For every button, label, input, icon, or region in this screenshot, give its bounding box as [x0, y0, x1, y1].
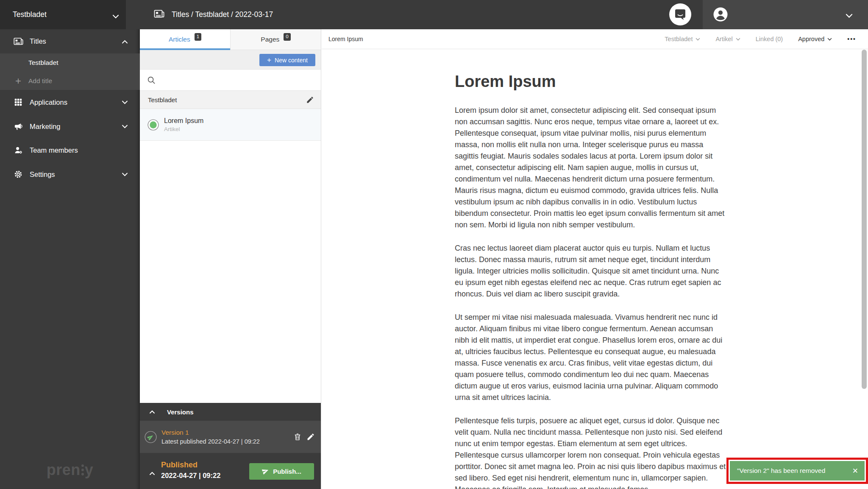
- chevron-down-icon: [846, 12, 853, 20]
- status-dropdown[interactable]: Approved: [798, 36, 832, 42]
- workspace-title: Testbladet: [13, 10, 47, 19]
- delete-trash-icon[interactable]: [293, 433, 302, 441]
- versions-header-label: Versions: [167, 408, 194, 416]
- title-dropdown[interactable]: Testbladet: [665, 36, 700, 42]
- send-plane-icon: [262, 467, 269, 476]
- caret-up-icon[interactable]: [149, 472, 155, 475]
- sidebar-item-label: Team members: [30, 146, 78, 154]
- group-header-row: Testbladet: [140, 91, 321, 109]
- document-paragraph: Ut semper mi vitae nisi malesuada malesu…: [455, 312, 727, 403]
- plus-icon: +: [13, 75, 24, 87]
- status-circle-icon: [147, 119, 159, 131]
- sidebar-item-label: Marketing: [30, 123, 60, 131]
- toast-highlight-annotation: "Version 2" has been removed ✕: [726, 458, 868, 484]
- top-bar: Titles / Testbladet / 2022-03-17 Testbla…: [0, 0, 868, 29]
- published-label: Published: [161, 461, 198, 469]
- versions-section-toggle[interactable]: Versions: [140, 403, 321, 421]
- tab-label: Pages: [261, 36, 279, 43]
- document-title-label: Lorem Ipsum: [328, 36, 363, 42]
- new-content-button[interactable]: + New content: [259, 54, 315, 66]
- sidebar-item-label: Applications: [30, 98, 67, 106]
- brand-text-left: pren: [47, 461, 81, 479]
- tab-label: Articles: [169, 36, 190, 43]
- article-title: Lorem Ipsum: [164, 117, 203, 125]
- chat-bubble-icon: [669, 20, 691, 27]
- topbar-menu-toggle[interactable]: [846, 12, 853, 20]
- app-root: Titles / Testbladet / 2022-03-17 Testbla…: [0, 0, 868, 489]
- sidebar-item-team-members[interactable]: Team members: [0, 138, 140, 162]
- version-meta: Latest published 2022-04-27 | 09:22: [161, 438, 260, 445]
- toast-notification: "Version 2" has been removed ✕: [730, 461, 865, 481]
- subitem-label: Testbladet: [28, 59, 58, 67]
- sidebar-item-applications[interactable]: Applications: [0, 90, 140, 115]
- breadcrumb-text: Titles / Testbladet / 2022-03-17: [172, 10, 273, 19]
- prenly-logo: pren y: [0, 461, 140, 479]
- support-chat-button[interactable]: [669, 3, 691, 25]
- search-icon: [147, 75, 156, 85]
- version-row[interactable]: Version 1 Latest published 2022-04-27 | …: [140, 421, 321, 453]
- type-dropdown-label: Artikel: [715, 36, 732, 42]
- tab-count-badge: 1: [195, 33, 201, 41]
- plus-icon: +: [267, 56, 271, 64]
- add-title-label: Add title: [28, 77, 52, 85]
- sidebar-item-label: Settings: [30, 170, 55, 179]
- close-icon[interactable]: ✕: [852, 467, 858, 475]
- new-content-label: New content: [275, 57, 308, 64]
- chevron-up-icon: [122, 38, 128, 45]
- editor-toolbar: Lorem Ipsum Testbladet Artikel Linked (0…: [322, 29, 868, 49]
- publish-button[interactable]: Publish...: [249, 463, 314, 480]
- more-options-button[interactable]: •••: [847, 36, 856, 42]
- brand-text-right: y: [85, 461, 94, 479]
- sidebar-item-titles[interactable]: Titles: [0, 29, 140, 53]
- vertical-scrollbar-thumb[interactable]: [862, 50, 867, 389]
- brand-dots: [81, 464, 84, 475]
- sidebar-nav: Titles Testbladet + Add title Applicatio…: [0, 29, 140, 489]
- sidebar-item-label: Titles: [30, 37, 46, 45]
- tab-count-badge: 0: [284, 33, 290, 41]
- tab-articles[interactable]: Articles 1: [140, 29, 231, 50]
- account-icon: [713, 16, 728, 23]
- search-input[interactable]: [161, 76, 321, 84]
- gear-icon: [13, 170, 24, 179]
- document-heading: Lorem Ipsum: [455, 71, 727, 92]
- chevron-down-icon: [122, 123, 128, 130]
- document-editor: Lorem Ipsum Lorem ipsum dolor sit amet, …: [322, 49, 868, 489]
- document-paragraph: Pellentesque felis turpis, posuere ac al…: [455, 415, 727, 489]
- new-content-row: + New content: [140, 50, 321, 70]
- megaphone-icon: [13, 122, 24, 131]
- titles-submenu: Testbladet + Add title: [0, 53, 140, 90]
- linked-label: Linked (0): [756, 36, 783, 42]
- content-panel: Articles 1 Pages 0 + New content Testbla…: [140, 29, 321, 489]
- article-type: Artikel: [164, 126, 203, 132]
- sidebar-item-marketing[interactable]: Marketing: [0, 115, 140, 138]
- linked-button[interactable]: Linked (0): [756, 36, 783, 42]
- edit-pencil-icon[interactable]: [306, 433, 315, 441]
- type-dropdown[interactable]: Artikel: [715, 36, 740, 42]
- search-row: [140, 70, 321, 91]
- account-button[interactable]: [713, 7, 728, 22]
- sidebar-item-settings[interactable]: Settings: [0, 162, 140, 187]
- chevron-down-icon: [122, 98, 128, 106]
- chevron-down-icon: [696, 38, 700, 41]
- status-dropdown-label: Approved: [798, 36, 824, 42]
- publish-button-label: Publish...: [273, 468, 301, 475]
- version-name: Version 1: [161, 429, 260, 436]
- panel-tabs: Articles 1 Pages 0: [140, 29, 321, 50]
- chevron-down-icon: [736, 38, 740, 41]
- document-paragraph: Lorem ipsum dolor sit amet, consectetur …: [455, 105, 727, 231]
- caret-up-icon: [149, 410, 155, 414]
- edit-pencil-icon[interactable]: [306, 96, 314, 104]
- grid-icon: [13, 98, 24, 107]
- workspace-switcher[interactable]: Testbladet: [0, 0, 126, 29]
- published-time: 2022-04-27 | 09:22: [161, 472, 220, 480]
- title-dropdown-label: Testbladet: [665, 36, 693, 42]
- article-list-item[interactable]: Lorem Ipsum Artikel: [140, 109, 321, 141]
- sidebar-subitem-testbladet[interactable]: Testbladet: [0, 53, 140, 72]
- chevron-down-icon: [827, 38, 832, 41]
- add-title-button[interactable]: + Add title: [0, 72, 140, 90]
- breadcrumb: Titles / Testbladet / 2022-03-17: [153, 0, 273, 29]
- published-section: Published 2022-04-27 | 09:22 Publish...: [140, 453, 321, 489]
- published-version-icon: [145, 431, 157, 443]
- tab-pages[interactable]: Pages 0: [231, 29, 321, 50]
- user-gear-icon: [13, 145, 24, 155]
